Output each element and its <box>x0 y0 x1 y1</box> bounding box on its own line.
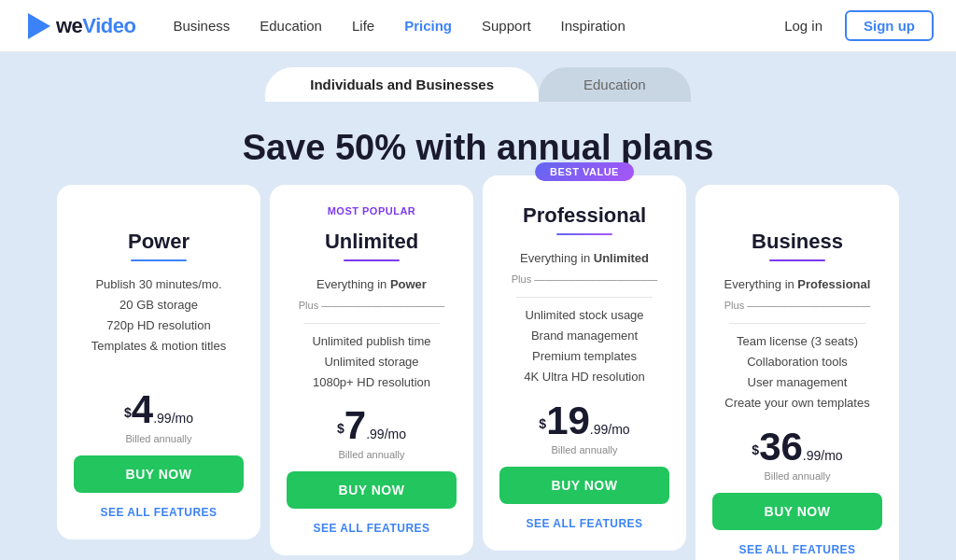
power-price: $4.99/mo <box>74 390 244 429</box>
unlimited-buy-button[interactable]: BUY NOW <box>287 471 457 509</box>
svg-marker-0 <box>28 13 50 39</box>
unlimited-features: Everything in Power Plus ———————————— Un… <box>287 274 457 393</box>
nav-inspiration[interactable]: Inspiration <box>561 14 626 37</box>
plan-power: Power Publish 30 minutes/mo. 20 GB stora… <box>57 185 260 539</box>
plan-business: Business Everything in Professional Plus… <box>696 185 899 560</box>
business-divider <box>769 259 825 261</box>
unlimited-price: $7.99/mo <box>287 406 457 445</box>
unlimited-see-all[interactable]: SEE ALL FEATURES <box>287 518 457 539</box>
business-features: Everything in Professional Plus ————————… <box>712 274 882 414</box>
professional-title: Professional <box>499 203 669 228</box>
unlimited-title: Unlimited <box>287 230 457 254</box>
nav-business[interactable]: Business <box>173 14 230 37</box>
professional-badge: BEST VALUE <box>535 162 634 181</box>
power-badge <box>74 205 244 220</box>
signup-button[interactable]: Sign up <box>845 10 934 41</box>
hero-headline: Save 50% with annual plans <box>0 128 956 168</box>
logo[interactable]: weVideo <box>22 9 135 43</box>
power-features: Publish 30 minutes/mo. 20 GB storage 720… <box>74 274 244 377</box>
professional-price: $19.99/mo <box>499 401 669 441</box>
business-buy-button[interactable]: BUY NOW <box>712 493 882 530</box>
plan-professional: BEST VALUE Professional Everything in Un… <box>483 175 686 551</box>
logo-text: weVideo <box>56 14 135 38</box>
power-see-all[interactable]: SEE ALL FEATURES <box>74 502 244 523</box>
professional-features: Everything in Unlimited Plus ———————————… <box>499 248 669 388</box>
business-price: $36.99/mo <box>712 427 882 467</box>
professional-divider <box>556 233 612 235</box>
professional-billed: Billed annually <box>499 444 669 455</box>
nav-life[interactable]: Life <box>352 14 374 37</box>
unlimited-divider <box>344 259 400 261</box>
power-buy-button[interactable]: BUY NOW <box>74 455 244 493</box>
plan-unlimited: MOST POPULAR Unlimited Everything in Pow… <box>270 185 473 555</box>
unlimited-billed: Billed annually <box>287 449 457 460</box>
power-divider <box>131 259 187 261</box>
nav-actions: Log in Sign up <box>773 10 934 41</box>
tab-education[interactable]: Education <box>539 67 691 102</box>
business-badge <box>712 205 882 220</box>
nav-education[interactable]: Education <box>260 14 322 37</box>
tab-individuals[interactable]: Individuals and Businesses <box>265 67 539 102</box>
tab-bar: Individuals and Businesses Education <box>0 52 956 102</box>
nav-pricing[interactable]: Pricing <box>404 14 452 37</box>
professional-see-all[interactable]: SEE ALL FEATURES <box>499 513 669 534</box>
hero-section: Save 50% with annual plans <box>0 102 956 185</box>
pricing-cards: Power Publish 30 minutes/mo. 20 GB stora… <box>0 185 956 560</box>
power-title: Power <box>74 230 244 254</box>
unlimited-badge: MOST POPULAR <box>287 205 457 220</box>
nav-links: Business Education Life Pricing Support … <box>173 14 773 37</box>
business-see-all[interactable]: SEE ALL FEATURES <box>712 539 882 560</box>
navbar: weVideo Business Education Life Pricing … <box>0 0 956 52</box>
professional-buy-button[interactable]: BUY NOW <box>499 467 669 504</box>
power-billed: Billed annually <box>74 433 244 444</box>
login-button[interactable]: Log in <box>773 12 834 39</box>
business-billed: Billed annually <box>712 470 882 482</box>
nav-support[interactable]: Support <box>482 14 531 37</box>
business-title: Business <box>712 230 882 254</box>
logo-icon <box>22 9 56 43</box>
